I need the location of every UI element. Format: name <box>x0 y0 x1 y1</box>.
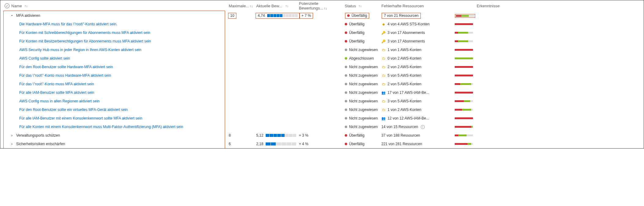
recommendation-row[interactable]: Die Hardware-MFA muss für das \"root\"-K… <box>0 20 644 28</box>
recommendation-link[interactable]: Für das \"root\"-Konto muss MFA aktivier… <box>19 82 94 86</box>
status-text: Nicht zugewiesen <box>349 90 378 95</box>
recommendation-link[interactable]: Für alle IAM-Benutzer sollte MFA aktivie… <box>19 90 94 95</box>
max-score: 6 <box>229 142 231 146</box>
recommendation-row[interactable]: Für alle IAM-Benutzer sollte MFA aktivie… <box>0 88 644 97</box>
current-score: 2,18 <box>256 142 263 146</box>
resource-bar <box>455 117 473 119</box>
status-dot-icon <box>345 66 347 68</box>
potential-score: + 3 % <box>299 133 308 138</box>
status-text: Nicht zugewiesen <box>349 73 378 78</box>
col-current-header[interactable]: Aktuelle Bew... <box>256 4 282 8</box>
status-text: Nicht zugewiesen <box>349 65 378 69</box>
resources-text: 2 von 5 AWS-Konten <box>387 82 421 86</box>
highlight-box: Überfällig <box>345 13 369 19</box>
cube-icon: ◆ <box>381 22 386 26</box>
status-dot-icon <box>345 83 347 85</box>
recommendation-row[interactable]: Für alle Konten mit einem Konsolenkennwo… <box>0 123 644 131</box>
resource-bar <box>455 83 473 85</box>
highlight-box: 10 <box>228 13 236 19</box>
recommendation-row[interactable]: Für das \"root\"-Konto muss Hardware-MFA… <box>0 71 644 80</box>
recommendation-link[interactable]: Für alle IAM-Benutzer mit einem Konsolen… <box>19 116 142 120</box>
resource-bar <box>455 134 473 136</box>
status-text: Überfällig <box>349 39 365 43</box>
col-name-header[interactable]: Name <box>11 4 22 8</box>
sort-icon[interactable]: ↑↓ <box>285 4 289 8</box>
group-row[interactable]: Verwaltungsports schützen85,12+ 3 %Überf… <box>0 131 644 140</box>
resource-bar <box>455 57 473 59</box>
recommendation-link[interactable]: AWS Config muss in allen Regionen aktivi… <box>19 99 100 103</box>
resource-bar <box>455 143 473 145</box>
status-text: Nicht zugewiesen <box>349 125 378 129</box>
resource-bar <box>455 109 473 111</box>
recommendation-row[interactable]: AWS Config sollte aktiviert seinAbgeschl… <box>0 54 644 63</box>
status-dot-icon <box>345 109 347 111</box>
resources-text: 17 von 17 AWS-IAM-Be... <box>387 90 429 95</box>
resource-bar <box>455 66 473 68</box>
status-dot-icon <box>345 49 347 51</box>
resources-text: 3 von 5 AWS-Konten <box>387 99 421 103</box>
chevron-down-icon[interactable] <box>9 13 14 18</box>
status-text: Nicht zugewiesen <box>349 82 378 86</box>
status-dot-icon <box>345 134 347 137</box>
resources-text: 3 von 17 Abonnements <box>387 31 425 35</box>
recommendation-row[interactable]: Für den Root-Benutzer sollte Hardware-MF… <box>0 63 644 71</box>
group-row[interactable]: MFA aktivieren104,74+ 7 %Überfällig7 von… <box>0 11 644 20</box>
recommendation-row[interactable]: Für Konten mit Besitzerberechtigungen fü… <box>0 37 644 46</box>
status-dot-icon <box>345 117 347 120</box>
recommendation-row[interactable]: AWS Security Hub muss in jeder Region in… <box>0 46 644 54</box>
chevron-right-icon[interactable] <box>9 133 14 138</box>
recommendation-row[interactable]: Für den Root-Benutzer sollte ein virtuel… <box>0 105 644 114</box>
status-dot-icon <box>345 23 347 25</box>
group-name: Verwaltungsports schützen <box>16 133 60 138</box>
recommendation-link[interactable]: Für den Root-Benutzer sollte Hardware-MF… <box>19 65 113 69</box>
sort-icon[interactable]: ↑↓ <box>24 4 28 8</box>
info-icon[interactable]: i <box>421 125 425 129</box>
resources-text: 1 von 2 AWS-Konten <box>387 108 421 112</box>
col-max-header[interactable]: Maximale... <box>229 4 249 8</box>
col-potential-header[interactable]: Potenzielle Bewertungs... <box>299 1 323 10</box>
sort-icon[interactable]: ↑↓ <box>358 4 362 8</box>
status-dot-icon <box>345 143 347 145</box>
highlight-box: 4,74 <box>256 13 300 19</box>
folder-icon: 🗀 <box>381 73 386 78</box>
resource-bar <box>455 92 473 94</box>
col-status-header[interactable]: Status <box>345 4 356 8</box>
recommendation-row[interactable]: Für alle IAM-Benutzer mit einem Konsolen… <box>0 114 644 123</box>
group-name: MFA aktivieren <box>16 13 40 18</box>
recommendation-link[interactable]: AWS Security Hub muss in jeder Region in… <box>19 48 141 52</box>
recommendation-link[interactable]: Für das \"root\"-Konto muss Hardware-MFA… <box>19 73 111 78</box>
recommendation-link[interactable]: Für alle Konten mit einem Konsolenkennwo… <box>19 125 183 129</box>
table-header: ✓ Name ↑↓ Maximale...↑↓ Aktuelle Bew...↑… <box>0 0 644 11</box>
status-dot-icon <box>345 91 347 94</box>
recommendation-link[interactable]: Die Hardware-MFA muss für das \"root\"-K… <box>19 22 117 26</box>
resources-text: 5 von 5 AWS-Konten <box>387 73 421 78</box>
recommendation-link[interactable]: Für den Root-Benutzer sollte ein virtuel… <box>19 108 128 112</box>
current-score: 4,74 <box>258 13 265 18</box>
select-all-checkbox[interactable]: ✓ <box>5 3 9 8</box>
resource-bar <box>456 15 474 17</box>
recommendation-row[interactable]: AWS Config muss in allen Regionen aktivi… <box>0 97 644 105</box>
recommendations-table: ✓ Name ↑↓ Maximale...↑↓ Aktuelle Bew...↑… <box>0 0 644 148</box>
resource-bar <box>455 32 473 34</box>
recommendation-row[interactable]: Für das \"root\"-Konto muss MFA aktivier… <box>0 80 644 88</box>
col-resources-header[interactable]: Fehlerhafte Ressourcen <box>381 4 424 8</box>
resource-bar <box>455 40 473 42</box>
chevron-right-icon[interactable] <box>9 142 14 146</box>
max-score: 8 <box>229 133 231 138</box>
folder-icon: 🗀 <box>381 99 386 103</box>
resources-text: 4 von 4 AWS STS-Konten <box>387 22 430 26</box>
resource-bar <box>455 126 473 128</box>
col-insights-header[interactable]: Erkenntnisse <box>477 4 500 8</box>
group-row[interactable]: Sicherheitsrisiken entschärfen62,18+ 4 %… <box>0 140 644 148</box>
recommendation-link[interactable]: Für Konten mit Besitzerberechtigungen fü… <box>19 39 151 43</box>
resource-bar <box>455 100 473 102</box>
score-bar <box>267 14 298 17</box>
sort-icon[interactable]: ↑↓ <box>249 4 253 8</box>
sort-icon[interactable]: ↑↓ <box>324 6 327 10</box>
status-dot-icon <box>345 74 347 77</box>
status-text: Überfällig <box>349 133 365 138</box>
recommendation-link[interactable]: Für Konten mit Schreibberechtigungen für… <box>19 31 150 35</box>
recommendation-link[interactable]: AWS Config sollte aktiviert sein <box>19 56 70 61</box>
folder-icon: 🗀 <box>381 48 386 52</box>
recommendation-row[interactable]: Für Konten mit Schreibberechtigungen für… <box>0 28 644 37</box>
